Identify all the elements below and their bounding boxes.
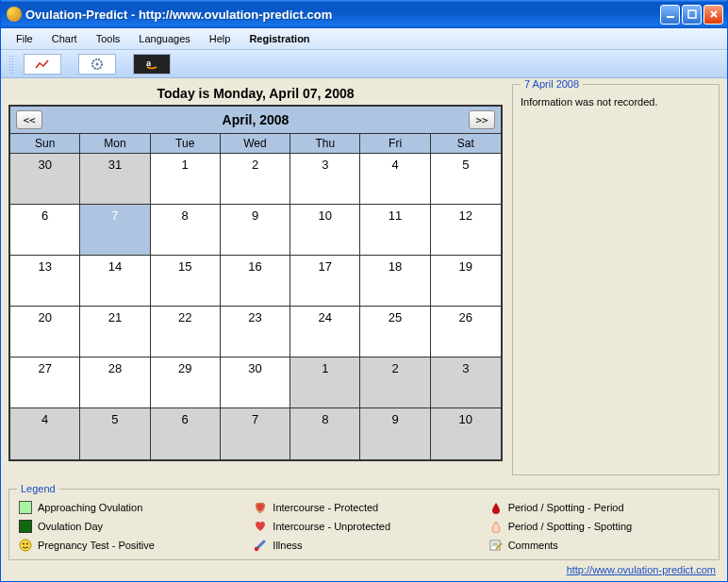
- calendar-cell[interactable]: 1: [151, 154, 221, 205]
- svg-point-9: [26, 543, 28, 545]
- calendar-cell[interactable]: 11: [360, 205, 430, 256]
- svg-point-8: [23, 543, 25, 545]
- calendar-cell[interactable]: 30: [10, 154, 80, 205]
- calendar-cell[interactable]: 6: [10, 205, 80, 256]
- calendar: << April, 2008 >> Sun Mon Tue Wed Thu Fr…: [8, 105, 503, 461]
- drop-red-icon: [489, 501, 503, 514]
- dow-row: Sun Mon Tue Wed Thu Fri Sat: [10, 134, 501, 154]
- calendar-cell[interactable]: 10: [290, 205, 360, 256]
- calendar-cell[interactable]: 3: [431, 358, 501, 408]
- legend-text: Ovulation Day: [38, 521, 103, 532]
- calendar-cell[interactable]: 9: [360, 408, 430, 459]
- toolbar-amazon-button[interactable]: a: [133, 54, 171, 75]
- menu-tools[interactable]: Tools: [87, 31, 130, 46]
- calendar-cell[interactable]: 29: [151, 358, 221, 408]
- app-window: Ovulation-Predict - http://www.ovulation…: [0, 0, 728, 582]
- prev-month-button[interactable]: <<: [16, 110, 42, 129]
- calendar-cell[interactable]: 21: [80, 307, 150, 358]
- calendar-cell[interactable]: 15: [151, 256, 221, 307]
- thermometer-icon: [254, 539, 267, 552]
- info-box: 7 April 2008 Information was not recorde…: [512, 84, 720, 475]
- calendar-cell[interactable]: 28: [80, 358, 150, 408]
- legend-text: Approaching Ovulation: [38, 502, 142, 513]
- calendar-cell[interactable]: 18: [360, 256, 430, 307]
- calendar-cell[interactable]: 24: [290, 307, 360, 358]
- calendar-cell[interactable]: 19: [431, 256, 501, 307]
- info-date-label: 7 April 2008: [521, 78, 583, 90]
- legend-pregnancy: Pregnancy Test - Positive: [19, 539, 239, 552]
- calendar-cell[interactable]: 6: [151, 408, 221, 459]
- calendar-cell[interactable]: 5: [431, 154, 501, 205]
- next-month-button[interactable]: >>: [469, 110, 495, 129]
- legend-text: Intercourse - Unprotected: [273, 521, 390, 532]
- dow-wed: Wed: [221, 134, 290, 153]
- calendar-cell[interactable]: 20: [10, 307, 80, 358]
- calendar-cell[interactable]: 27: [10, 358, 80, 408]
- legend-text: Pregnancy Test - Positive: [38, 540, 155, 551]
- legend-comments: Comments: [489, 539, 709, 552]
- calendar-cell[interactable]: 3: [290, 154, 360, 205]
- legend-unprotected: Intercourse - Unprotected: [254, 520, 473, 533]
- calendar-cell[interactable]: 2: [360, 358, 430, 408]
- dow-mon: Mon: [80, 134, 150, 153]
- calendar-cell[interactable]: 5: [80, 408, 150, 459]
- ovulation-day-icon: [19, 520, 32, 533]
- app-icon: [7, 7, 22, 22]
- calendar-cell[interactable]: 4: [10, 408, 80, 459]
- legend-text: Illness: [273, 540, 302, 551]
- info-column: 7 April 2008 Information was not recorde…: [512, 84, 720, 475]
- calendar-cell[interactable]: 2: [221, 154, 290, 205]
- calendar-cell[interactable]: 1: [290, 358, 360, 408]
- calendar-cell[interactable]: 4: [360, 154, 430, 205]
- dow-thu: Thu: [290, 134, 360, 153]
- calendar-cell[interactable]: 26: [431, 307, 501, 358]
- calendar-cell[interactable]: 10: [431, 408, 501, 459]
- calendar-cell[interactable]: 8: [290, 408, 360, 459]
- calendar-cell[interactable]: 23: [221, 307, 290, 358]
- heart-icon: [254, 520, 267, 533]
- toolbar-chart-button[interactable]: [24, 54, 61, 75]
- note-pencil-icon: [489, 539, 503, 552]
- dow-sun: Sun: [10, 134, 80, 153]
- dow-tue: Tue: [151, 134, 221, 153]
- legend-text: Intercourse - Protected: [273, 502, 378, 513]
- calendar-cell[interactable]: 7: [221, 408, 290, 459]
- smiley-icon: [19, 539, 32, 552]
- window-title: Ovulation-Predict - http://www.ovulation…: [25, 8, 332, 22]
- calendar-cell[interactable]: 7: [80, 205, 150, 256]
- footer-link[interactable]: http://www.ovulation-predict.com: [567, 564, 716, 575]
- toolbar-settings-button[interactable]: [78, 54, 116, 75]
- menu-registration[interactable]: Registration: [240, 31, 319, 46]
- svg-text:a: a: [146, 58, 152, 68]
- calendar-cell[interactable]: 12: [431, 205, 501, 256]
- menu-file[interactable]: File: [7, 31, 42, 46]
- approaching-ovulation-icon: [19, 501, 32, 514]
- calendar-cell[interactable]: 22: [151, 307, 221, 358]
- calendar-cell[interactable]: 8: [151, 205, 221, 256]
- calendar-cell[interactable]: 9: [221, 205, 290, 256]
- legend-ovday: Ovulation Day: [19, 520, 239, 533]
- calendar-cell[interactable]: 30: [221, 358, 290, 408]
- calendar-grid: 3031123456789101112131415161718192021222…: [10, 154, 501, 459]
- calendar-cell[interactable]: 13: [10, 256, 80, 307]
- maximize-button[interactable]: [682, 5, 702, 25]
- minimize-button[interactable]: [660, 5, 680, 25]
- calendar-cell[interactable]: 17: [290, 256, 360, 307]
- menu-help[interactable]: Help: [200, 31, 240, 46]
- close-button[interactable]: [703, 5, 723, 25]
- drop-light-icon: [489, 520, 503, 533]
- calendar-cell[interactable]: 31: [80, 154, 150, 205]
- calendar-cell[interactable]: 16: [221, 256, 290, 307]
- legend-approaching: Approaching Ovulation: [19, 501, 239, 514]
- menu-languages[interactable]: Languages: [129, 31, 199, 46]
- legend-protected: Intercourse - Protected: [254, 501, 473, 514]
- calendar-cell[interactable]: 14: [80, 256, 150, 307]
- menu-chart[interactable]: Chart: [42, 31, 87, 46]
- calendar-column: Today is Monday, April 07, 2008 << April…: [8, 84, 503, 475]
- legend-spotting: Period / Spotting - Spotting: [489, 520, 709, 533]
- calendar-cell[interactable]: 25: [360, 307, 430, 358]
- svg-rect-1: [688, 10, 696, 18]
- legend-text: Comments: [508, 540, 558, 551]
- toolbar-grip: [8, 55, 14, 74]
- legend-illness: Illness: [254, 539, 473, 552]
